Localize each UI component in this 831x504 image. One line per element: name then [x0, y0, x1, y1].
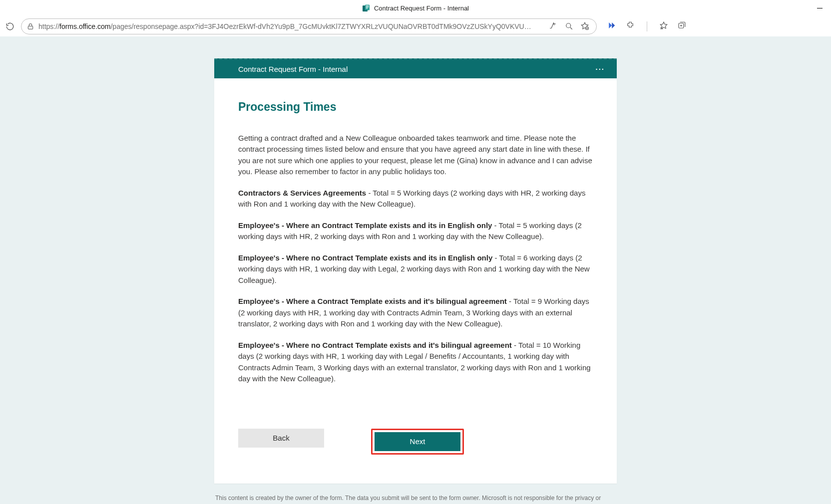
svg-line-7 — [570, 27, 572, 29]
processing-item: Employee's - Where a Contract Template e… — [238, 296, 593, 330]
processing-item-label: Contractors & Services Agreements — [238, 189, 366, 197]
toolbar-divider — [647, 21, 647, 31]
read-aloud-icon[interactable] — [548, 21, 557, 32]
form-header: Contract Request Form - Internal ··· — [214, 58, 617, 78]
processing-item: Employee's - Where an Contract Template … — [238, 220, 593, 243]
processing-item-label: Employee's - Where a Contract Template e… — [238, 297, 507, 305]
window-title: Contract Request Form - Internal — [374, 4, 469, 12]
page-viewport: Contract Request Form - Internal ··· Pro… — [0, 36, 831, 504]
form-disclaimer: This content is created by the owner of … — [214, 494, 617, 504]
svg-rect-2 — [366, 5, 369, 6]
highlight-frame: Next — [371, 429, 464, 455]
svg-rect-3 — [366, 6, 369, 7]
zoom-icon[interactable] — [564, 21, 573, 32]
url-path: /pages/responsepage.aspx?id=3FJ4OezrEkWf… — [110, 22, 531, 30]
processing-item: Employee's - Where no Contract Template … — [238, 340, 593, 385]
processing-item-label: Employee's - Where no Contract Template … — [238, 253, 492, 262]
extensions-icon[interactable] — [626, 21, 635, 32]
favorites-list-icon[interactable] — [659, 21, 668, 32]
address-url: https://forms.office.com/pages/responsep… — [38, 22, 544, 30]
form-more-button[interactable]: ··· — [595, 65, 605, 73]
processing-item-label: Employee's - Where no Contract Template … — [238, 341, 512, 349]
back-button[interactable]: Back — [238, 429, 324, 448]
svg-rect-4 — [366, 7, 368, 8]
address-bar[interactable]: https://forms.office.com/pages/responsep… — [21, 18, 597, 34]
processing-item-label: Employee's - Where an Contract Template … — [238, 221, 492, 230]
processing-item: Contractors & Services Agreements - Tota… — [238, 188, 593, 210]
section-title: Processing Times — [238, 98, 593, 116]
forms-app-icon — [362, 4, 370, 12]
refresh-button[interactable] — [3, 19, 17, 33]
intro-paragraph: Getting a contract drafted and a New Col… — [238, 133, 593, 178]
form-actions: Back Next — [214, 429, 617, 484]
window-titlebar: Contract Request Form - Internal — [0, 0, 831, 16]
window-minimize-button[interactable] — [808, 0, 831, 16]
lock-icon — [26, 22, 34, 30]
url-host: forms.office.com — [59, 22, 110, 30]
favorite-add-icon[interactable] — [580, 21, 589, 32]
power-automate-icon[interactable] — [608, 21, 617, 32]
processing-item: Employee's - Where no Contract Template … — [238, 252, 593, 286]
form-card: Contract Request Form - Internal ··· Pro… — [214, 58, 617, 484]
collections-icon[interactable] — [677, 21, 686, 32]
form-header-title: Contract Request Form - Internal — [238, 65, 348, 73]
next-button[interactable]: Next — [375, 432, 460, 451]
form-body: Processing Times Getting a contract draf… — [214, 78, 617, 412]
url-scheme: https:// — [38, 22, 59, 30]
svg-point-6 — [566, 23, 571, 27]
svg-rect-5 — [28, 26, 32, 29]
browser-toolbar: https://forms.office.com/pages/responsep… — [0, 16, 831, 36]
